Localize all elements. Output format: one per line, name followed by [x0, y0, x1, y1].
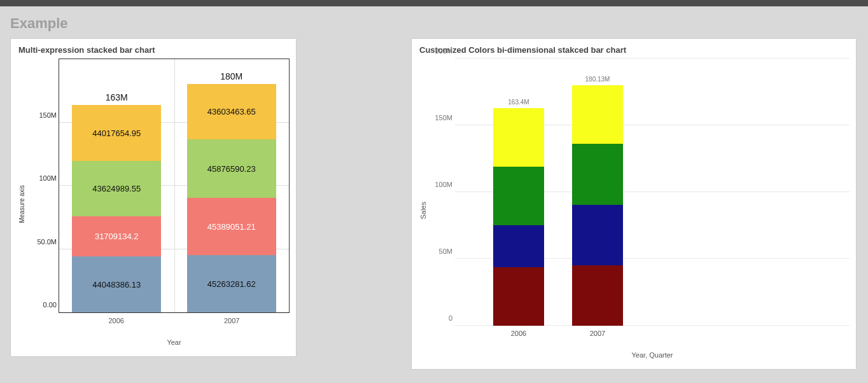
x-axis-label-right: Year, Quarter	[455, 337, 850, 363]
y-tick: 150M	[430, 114, 452, 122]
x-tick: 2006	[493, 330, 544, 337]
bar-2007[interactable]: 180.13M	[572, 76, 623, 326]
workspace: Multi-expression stacked bar chart Measu…	[0, 38, 868, 383]
x-tick: 2006	[72, 317, 161, 324]
y-tick: 0.00	[29, 301, 57, 309]
bar-segment[interactable]: 45876590.23	[187, 139, 276, 198]
plot-left: 0.00 50.0M 100M 150M 163M	[59, 59, 290, 350]
bar-segment[interactable]: 44048386.13	[72, 256, 161, 312]
bar-segment[interactable]: 31709134.2	[72, 216, 161, 256]
y-axis-label-left: Measure axis	[17, 185, 27, 223]
chart-title-right: Customized Colors bi-dimensional stakced…	[412, 39, 856, 59]
bar-segment[interactable]: 45263281.62	[187, 255, 276, 312]
y-tick: 0	[430, 314, 452, 322]
bar-segment[interactable]: 45389051.21	[187, 198, 276, 255]
y-tick: 50M	[430, 247, 452, 255]
y-tick: 200M	[430, 47, 452, 55]
chart-card-right: Customized Colors bi-dimensional stakced…	[411, 38, 857, 370]
bar-segment[interactable]	[493, 267, 544, 326]
bar-2006[interactable]: 163M 44048386.13 31709134.2 43624989.55 …	[72, 92, 161, 312]
bar-segment[interactable]: 44017654.95	[72, 105, 161, 161]
y-tick: 100M	[430, 181, 452, 188]
y-tick: 50.0M	[29, 238, 57, 246]
y-axis-label-right: Sales	[418, 202, 428, 219]
plot-right: 0 50M 100M 150M 200M 163.4M	[455, 59, 850, 363]
chart-left[interactable]: Measure axis 0.00 50.0M 100M 150M	[11, 59, 296, 356]
chart-title-left: Multi-expression stacked bar chart	[11, 39, 296, 59]
bar-segment[interactable]	[493, 108, 544, 167]
page-title: Example	[0, 6, 868, 38]
bar-segment[interactable]	[572, 144, 623, 205]
bar-segment[interactable]: 43603463.65	[187, 84, 276, 139]
top-bar	[0, 0, 868, 6]
y-tick: 100M	[29, 174, 57, 182]
bar-2007[interactable]: 180M 45263281.62 45389051.21 45876590.23…	[187, 71, 276, 312]
x-axis-label-left: Year	[59, 324, 290, 350]
bar-segment[interactable]	[572, 265, 623, 326]
bar-segment[interactable]: 43624989.55	[72, 161, 161, 216]
bar-total-label: 180M	[220, 71, 242, 81]
bar-segment[interactable]	[493, 225, 544, 267]
x-tick: 2007	[187, 317, 276, 324]
bar-total-label: 180.13M	[585, 76, 610, 83]
bar-segment[interactable]	[493, 167, 544, 225]
bar-2006[interactable]: 163.4M	[493, 99, 544, 326]
bar-total-label: 163M	[106, 92, 128, 102]
bar-segment[interactable]	[572, 205, 623, 265]
chart-card-left: Multi-expression stacked bar chart Measu…	[10, 38, 297, 357]
bar-total-label: 163.4M	[508, 99, 529, 106]
bar-segment[interactable]	[572, 85, 623, 144]
x-tick: 2007	[572, 330, 623, 337]
y-tick: 150M	[29, 111, 57, 119]
chart-right[interactable]: Sales 0 50M 100M 150M 200M 163.4M	[412, 59, 856, 369]
